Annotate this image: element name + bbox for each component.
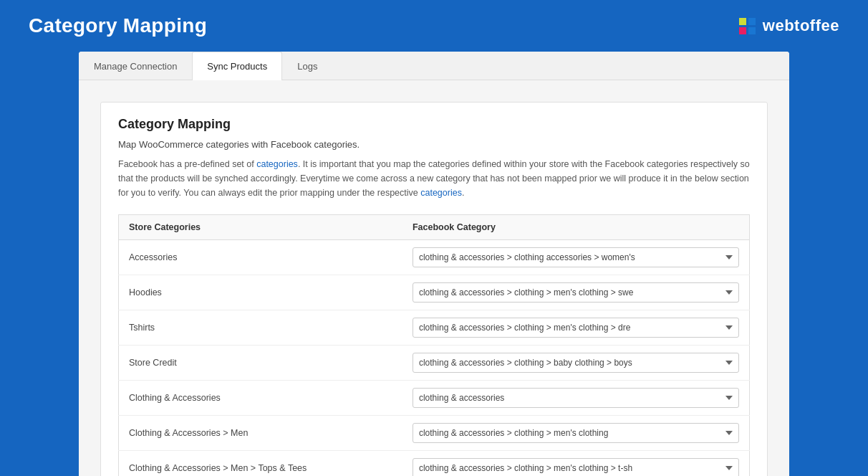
- logo-sq-2: [748, 18, 756, 25]
- table-row: Clothing & Accessories > Menclothing & a…: [119, 416, 750, 451]
- store-category-cell: Accessories: [119, 240, 402, 275]
- logo-text: webtoffee: [763, 16, 839, 35]
- col-facebook-category: Facebook Category: [402, 215, 750, 240]
- logo-sq-4: [748, 27, 756, 34]
- tabs-bar: Manage Connection Sync Products Logs: [79, 52, 789, 80]
- facebook-category-cell: clothing & accessories > clothing > men'…: [402, 275, 750, 310]
- logo-area: webtoffee: [739, 16, 839, 35]
- facebook-category-select[interactable]: clothing & accessories > clothing > men'…: [413, 318, 739, 338]
- table-row: Store Creditclothing & accessories > clo…: [119, 346, 750, 381]
- categories-link-1[interactable]: categories: [256, 159, 298, 169]
- table-row: Clothing & Accessoriesclothing & accesso…: [119, 381, 750, 416]
- mapping-table: Store Categories Facebook Category Acces…: [118, 214, 750, 476]
- logo-sq-3: [739, 27, 746, 34]
- table-header-row: Store Categories Facebook Category: [119, 215, 750, 240]
- col-store-categories: Store Categories: [119, 215, 402, 240]
- facebook-category-select[interactable]: clothing & accessories > clothing > men'…: [413, 423, 739, 443]
- tab-sync-products[interactable]: Sync Products: [192, 52, 282, 80]
- facebook-category-select[interactable]: clothing & accessories > clothing > men'…: [413, 282, 739, 303]
- section-subtitle: Map WooCommerce categories with Facebook…: [118, 139, 750, 150]
- store-category-cell: Clothing & Accessories > Men > Tops & Te…: [119, 451, 402, 477]
- header: Category Mapping webtoffee: [0, 0, 868, 52]
- categories-link-2[interactable]: categories: [420, 188, 462, 198]
- facebook-category-cell: clothing & accessories: [402, 381, 750, 416]
- facebook-category-cell: clothing & accessories > clothing access…: [402, 240, 750, 275]
- table-row: Clothing & Accessories > Men > Tops & Te…: [119, 451, 750, 477]
- content-area: Category Mapping Map WooCommerce categor…: [79, 80, 789, 476]
- logo-icon: [739, 18, 756, 34]
- tab-logs[interactable]: Logs: [282, 52, 332, 80]
- logo-sq-1: [739, 18, 746, 25]
- facebook-category-select[interactable]: clothing & accessories > clothing > men'…: [413, 458, 739, 476]
- table-row: Accessoriesclothing & accessories > clot…: [119, 240, 750, 275]
- facebook-category-cell: clothing & accessories > clothing > men'…: [402, 451, 750, 477]
- table-row: Hoodiesclothing & accessories > clothing…: [119, 275, 750, 310]
- facebook-category-cell: clothing & accessories > clothing > baby…: [402, 346, 750, 381]
- facebook-category-select[interactable]: clothing & accessories > clothing > baby…: [413, 353, 739, 373]
- store-category-cell: Clothing & Accessories: [119, 381, 402, 416]
- page-title: Category Mapping: [29, 14, 207, 37]
- main-container: Manage Connection Sync Products Logs Cat…: [79, 52, 789, 476]
- store-category-cell: Hoodies: [119, 275, 402, 310]
- facebook-category-select[interactable]: clothing & accessories: [413, 388, 739, 408]
- store-category-cell: Store Credit: [119, 346, 402, 381]
- section-description: Facebook has a pre-defined set of catego…: [118, 157, 750, 200]
- facebook-category-cell: clothing & accessories > clothing > men'…: [402, 416, 750, 451]
- facebook-category-select[interactable]: clothing & accessories > clothing access…: [413, 247, 739, 267]
- section-title: Category Mapping: [118, 117, 750, 132]
- table-row: Tshirtsclothing & accessories > clothing…: [119, 310, 750, 346]
- facebook-category-cell: clothing & accessories > clothing > men'…: [402, 310, 750, 346]
- store-category-cell: Tshirts: [119, 310, 402, 346]
- store-category-cell: Clothing & Accessories > Men: [119, 416, 402, 451]
- tab-manage-connection[interactable]: Manage Connection: [79, 52, 192, 80]
